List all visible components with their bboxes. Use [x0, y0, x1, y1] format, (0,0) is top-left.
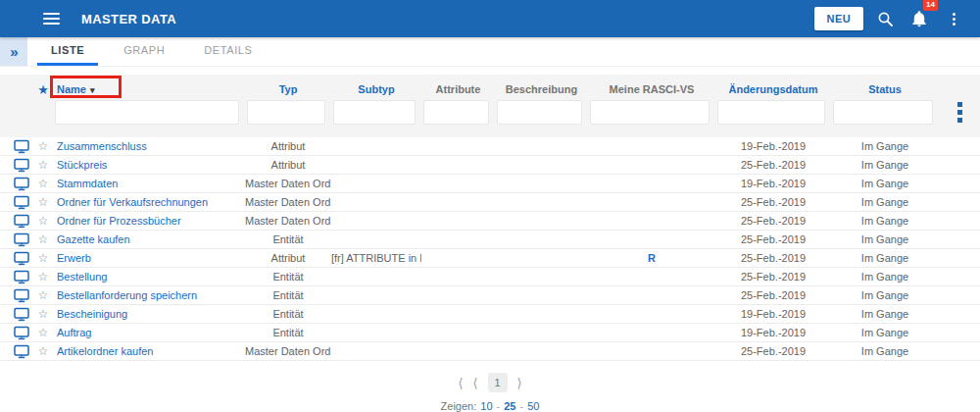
row-status: Im Gange [831, 140, 939, 152]
filter-input-rasci[interactable] [590, 100, 710, 125]
monitor-icon[interactable] [0, 139, 33, 154]
star-icon[interactable]: ☆ [33, 252, 53, 264]
current-page-indicator[interactable]: 1 [488, 373, 508, 392]
monitor-icon[interactable] [0, 158, 33, 173]
row-typ: Attribut [245, 140, 331, 152]
filter-input-datum[interactable] [717, 100, 825, 125]
filter-input-subtyp[interactable] [333, 100, 416, 125]
monitor-icon[interactable] [0, 288, 33, 303]
row-name-link[interactable]: Auftrag [53, 327, 245, 338]
row-subtyp: [fr] ATTRIBUTE in FR [331, 252, 421, 264]
monitor-icon[interactable] [0, 177, 33, 191]
page-size-option-50[interactable]: 50 [527, 400, 539, 412]
double-chevron-right-icon[interactable]: » [0, 37, 27, 66]
monitor-icon[interactable] [0, 251, 33, 266]
column-header-rasci[interactable]: Meine RASCI-VS [588, 83, 715, 95]
star-icon[interactable]: ☆ [33, 233, 53, 245]
column-header-beschreibung[interactable]: Beschreibung [495, 83, 588, 95]
table-row: ☆ Auftrag Entität 19-Feb.-2019 Im Gange [0, 324, 980, 342]
column-options-kebab-icon[interactable] [957, 102, 962, 123]
row-name-link[interactable]: Stückpreis [53, 159, 245, 171]
notification-badge: 14 [923, 0, 938, 11]
table-row: ☆ Stammdaten Master Daten Ordner 19-Feb.… [0, 175, 980, 193]
star-icon[interactable]: ☆ [33, 327, 53, 338]
row-status: Im Gange [831, 271, 939, 283]
monitor-icon[interactable] [0, 195, 33, 210]
next-page-button[interactable]: ⟩ [517, 376, 522, 390]
table-row: ☆ Bestellung Entität 25-Feb.-2019 Im Gan… [0, 268, 980, 286]
star-icon[interactable]: ☆ [33, 196, 53, 208]
row-datum: 25-Feb.-2019 [715, 252, 831, 264]
star-icon[interactable]: ☆ [33, 271, 53, 283]
row-typ: Entität [245, 233, 331, 245]
row-datum: 19-Feb.-2019 [715, 308, 831, 320]
filter-input-beschreibung[interactable] [497, 100, 582, 125]
search-icon[interactable] [872, 6, 898, 31]
column-header-subtyp[interactable]: Subtyp [331, 83, 421, 95]
row-status: Im Gange [831, 327, 939, 338]
filter-input-name[interactable] [55, 100, 239, 125]
column-header-name[interactable]: Name▾ [53, 83, 245, 95]
row-name-link[interactable]: Bescheinigung [53, 308, 245, 320]
table-header-band: ★ Name▾TypSubtypAttributeBeschreibungMei… [0, 75, 980, 137]
filter-input-typ[interactable] [247, 100, 325, 125]
row-name-link[interactable]: Zusammenschluss [53, 140, 245, 152]
star-icon[interactable]: ☆ [33, 308, 53, 320]
pagination: ⟨ ⟨ 1 ⟩ [0, 373, 980, 392]
monitor-icon[interactable] [0, 307, 33, 322]
column-header-datum[interactable]: Änderungsdatum [715, 83, 831, 95]
star-icon[interactable]: ☆ [33, 140, 53, 152]
star-icon[interactable]: ☆ [33, 178, 53, 189]
app-bar: MASTER DATA NEU 14 [0, 0, 980, 37]
kebab-menu-icon[interactable] [941, 6, 966, 31]
row-name-link[interactable]: Bestellung [53, 271, 245, 283]
monitor-icon[interactable] [0, 270, 33, 284]
row-name-link[interactable]: Erwerb [53, 252, 245, 264]
prev-page-button[interactable]: ⟨ [472, 376, 477, 390]
star-icon[interactable]: ☆ [33, 215, 53, 227]
row-typ: Master Daten Ordner [245, 178, 331, 189]
column-header-status[interactable]: Status [831, 83, 939, 95]
bell-icon[interactable]: 14 [906, 6, 932, 31]
row-typ: Master Daten Ordner [245, 196, 331, 208]
neu-button[interactable]: NEU [814, 7, 863, 30]
row-typ: Master Daten Ordner [245, 215, 331, 227]
column-header-typ[interactable]: Typ [245, 83, 331, 95]
row-name-link[interactable]: Ordner für Prozessbücher [53, 215, 245, 227]
star-icon[interactable]: ☆ [33, 289, 53, 301]
row-typ: Entität [245, 289, 331, 301]
favorite-header-star-icon[interactable]: ★ [33, 82, 53, 97]
row-name-link[interactable]: Artikelordner kaufen [53, 345, 245, 357]
row-status: Im Gange [831, 308, 939, 320]
tab-liste[interactable]: LISTE [37, 37, 98, 66]
star-icon[interactable]: ☆ [33, 159, 53, 171]
row-datum: 25-Feb.-2019 [715, 215, 831, 227]
hamburger-menu-icon[interactable] [43, 13, 60, 25]
column-header-row: ★ Name▾TypSubtypAttributeBeschreibungMei… [0, 79, 980, 99]
table-row: ☆ Zusammenschluss Attribut 19-Feb.-2019 … [0, 137, 980, 156]
monitor-icon[interactable] [0, 232, 33, 247]
row-datum: 19-Feb.-2019 [715, 178, 831, 189]
page-title: MASTER DATA [81, 12, 176, 26]
row-name-link[interactable]: Ordner für Verkaufsrechnungen [53, 196, 245, 208]
monitor-icon[interactable] [0, 326, 33, 340]
row-datum: 25-Feb.-2019 [715, 289, 831, 301]
column-header-attribute[interactable]: Attribute [421, 83, 495, 95]
monitor-icon[interactable] [0, 214, 33, 229]
row-status: Im Gange [831, 159, 939, 171]
row-typ: Entität [245, 327, 331, 338]
row-rasci: R [588, 252, 715, 264]
page-size-option-10[interactable]: 10 [480, 400, 492, 412]
row-name-link[interactable]: Bestellanforderung speichern [53, 289, 245, 301]
first-page-button[interactable]: ⟨ [458, 376, 463, 390]
filter-input-attribute[interactable] [423, 100, 489, 125]
row-datum: 19-Feb.-2019 [715, 140, 831, 152]
filter-input-status[interactable] [833, 100, 933, 125]
star-icon[interactable]: ☆ [33, 345, 53, 357]
monitor-icon[interactable] [0, 344, 33, 359]
tab-details[interactable]: DETAILS [190, 37, 266, 66]
tab-graph[interactable]: GRAPH [110, 37, 178, 66]
row-name-link[interactable]: Stammdaten [53, 178, 245, 189]
row-name-link[interactable]: Gazette kaufen [53, 233, 245, 245]
page-size-option-25[interactable]: 25 [504, 400, 515, 412]
